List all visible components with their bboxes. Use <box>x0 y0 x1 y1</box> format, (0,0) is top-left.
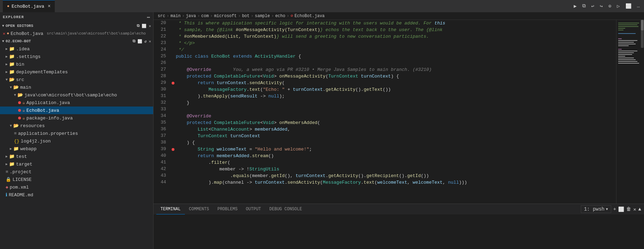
forward-icon[interactable]: ↪ <box>598 2 604 10</box>
code-line-36: 36 List<ChannelAccount> membersAdded, <box>153 126 616 133</box>
svg-rect-20 <box>618 63 639 64</box>
file-tree: ▶ 📁 .idea ▶ 📁 .settings ▶ 📁 bin ▶ 📁 depl… <box>0 45 153 249</box>
tree-item-java-path[interactable]: ▼ 📂 java\com\microsoft\bot\sample\echo <box>0 91 153 99</box>
tree-item-main[interactable]: ▼ 📂 main <box>0 83 153 91</box>
tab-output[interactable]: OUTPUT <box>242 204 265 214</box>
lc-28: protected CompletableFuture<Void> onMess… <box>176 73 616 80</box>
proj-refresh-icon[interactable]: ↺ <box>144 39 147 44</box>
idea-label: .idea <box>16 46 30 52</box>
tree-item-readme[interactable]: ℹ README.md <box>0 191 153 199</box>
bc-error-icon: ⊘ <box>291 13 293 19</box>
tree-item-src[interactable]: ▼ 📂 src <box>0 76 153 83</box>
tree-item-settings[interactable]: ▶ 📁 .settings <box>0 53 153 60</box>
sidebar-more-icon[interactable]: ⋯ <box>147 14 150 20</box>
svg-rect-14 <box>618 52 634 53</box>
play-icon[interactable]: ▷ <box>615 2 621 10</box>
props-icon: ≡ <box>14 131 17 136</box>
split-icon[interactable]: ⬜ <box>624 2 633 10</box>
ln-28: 28 <box>153 73 170 80</box>
tab-comments[interactable]: COMMENTS <box>185 204 214 214</box>
project-section[interactable]: ▼ 02.Echo-Bot ⧉ ⬜ ↺ ✕ <box>0 37 153 45</box>
tree-item-pom[interactable]: ◈ pom.xml <box>0 183 153 191</box>
panel-content[interactable] <box>153 214 644 249</box>
tree-item-bin[interactable]: ▶ 📁 bin <box>0 60 153 68</box>
tab-debug-console[interactable]: DEBUG CONSOLE <box>265 204 306 214</box>
proj-close-icon[interactable]: ✕ <box>149 39 151 44</box>
folder-icon: 📁 <box>9 61 15 67</box>
tab-close-button[interactable]: × <box>48 3 51 9</box>
panel-split-icon[interactable]: ⬜ <box>618 206 624 212</box>
bc-bot: bot <box>242 14 250 19</box>
panel-add-icon[interactable]: + <box>613 206 616 212</box>
proj-split-icon[interactable]: ⬜ <box>137 39 142 44</box>
ln-29: 29 <box>153 80 170 86</box>
open-editor-close[interactable]: ✕ <box>3 31 5 36</box>
tree-item-application[interactable]: ☕ Application.java <box>0 99 153 107</box>
open-editors-section[interactable]: ▼ Open Editors ⧉ ⬜ ✕ <box>0 22 153 30</box>
tree-item-webapp[interactable]: ▶ 📁 webapp <box>0 145 153 153</box>
package-info-error <box>18 117 21 119</box>
terminal-selector[interactable]: 1: pwsh ▼ <box>581 205 611 213</box>
ln-44: 44 <box>153 179 170 186</box>
svg-rect-15 <box>618 54 632 55</box>
lc-33 <box>176 106 616 113</box>
code-editor[interactable]: 20 * This is where application specific … <box>153 20 616 204</box>
proj-copy-icon[interactable]: ⧉ <box>133 39 135 44</box>
lc-29: return turnContext.sendActivity( <box>176 80 616 86</box>
layout-icon[interactable]: ⧉ <box>581 2 587 10</box>
bc-sep4: › <box>210 14 212 19</box>
more-icon[interactable]: … <box>636 2 641 10</box>
panel-close-icon[interactable]: ✕ <box>633 206 636 212</box>
tree-item-resources[interactable]: ▼ 📂 resources <box>0 122 153 130</box>
panel-up-icon[interactable]: ▲ <box>638 206 641 212</box>
tree-item-target[interactable]: ▶ 📁 target <box>0 160 153 168</box>
tree-item-test[interactable]: ▶ 📁 test <box>0 153 153 160</box>
java-path-arrow: ▼ <box>14 93 16 97</box>
oe-close-icon[interactable]: ✕ <box>149 24 151 28</box>
sidebar-header: Explorer ⋯ <box>0 12 153 22</box>
chevron-down-icon[interactable]: ▼ <box>606 207 608 211</box>
lc-42: member -> !StringUtils <box>176 166 616 173</box>
svg-rect-22 <box>641 20 644 30</box>
tree-item-idea[interactable]: ▶ 📁 .idea <box>0 45 153 53</box>
tab-echobot[interactable]: ● EchoBot.java × <box>3 0 55 12</box>
target-label: target <box>16 162 32 167</box>
bc-src: src <box>158 14 165 19</box>
editor-with-minimap: 20 * This is where application specific … <box>153 20 644 204</box>
tab-problems[interactable]: PROBLEMS <box>213 204 242 214</box>
svg-rect-18 <box>618 59 636 60</box>
oe-split-icon[interactable]: ⬜ <box>142 24 147 28</box>
code-line-31: 31 ).thenApply(sendResult -> null); <box>153 93 616 100</box>
circle-icon[interactable]: ⊙ <box>607 2 613 10</box>
readme-icon: ℹ <box>6 192 7 198</box>
lc-30: MessageFactory.text("Echo: " + turnConte… <box>176 86 616 93</box>
back-icon[interactable]: ↩ <box>590 2 596 10</box>
gutter-34 <box>170 113 176 119</box>
gutter-39 <box>170 146 176 153</box>
main-label: main <box>20 85 31 90</box>
tree-item-log4j[interactable]: {} log4j2.json <box>0 137 153 145</box>
breadcrumb: src › main › java › com › microsoft › bo… <box>153 12 644 20</box>
gutter-43 <box>170 173 176 179</box>
code-lines: 20 * This is where application specific … <box>153 20 616 186</box>
tree-item-echobot[interactable]: ☕ EchoBot.java <box>0 107 153 114</box>
tree-item-license[interactable]: 🔒 LICENSE <box>0 176 153 183</box>
tree-item-app-props[interactable]: ≡ application.properties <box>0 130 153 137</box>
ln-33: 33 <box>153 106 170 113</box>
settings-arrow: ▶ <box>6 54 8 59</box>
panel-trash-icon[interactable]: 🗑 <box>626 206 631 212</box>
bc-sep1: › <box>167 14 169 19</box>
ln-39: 39 <box>153 146 170 153</box>
ln-36: 36 <box>153 126 170 133</box>
folder-icon: 📁 <box>9 46 15 52</box>
tree-item-package-info[interactable]: ☕ package-info.java <box>0 114 153 122</box>
run-icon[interactable]: ▶ <box>572 2 578 10</box>
open-editor-item[interactable]: ✕ ● EchoBot.java src\main\java\com\micro… <box>0 30 153 37</box>
svg-rect-12 <box>618 49 622 50</box>
tree-item-deployment[interactable]: ▶ 📁 deploymentTemplates <box>0 68 153 76</box>
oe-copy-icon[interactable]: ⧉ <box>137 24 140 28</box>
code-line-32: 32 } <box>153 100 616 106</box>
tree-item-project-file[interactable]: ≡ .project <box>0 168 153 176</box>
code-line-34: 34 @Override <box>153 113 616 119</box>
tab-terminal[interactable]: TERMINAL <box>156 204 185 214</box>
